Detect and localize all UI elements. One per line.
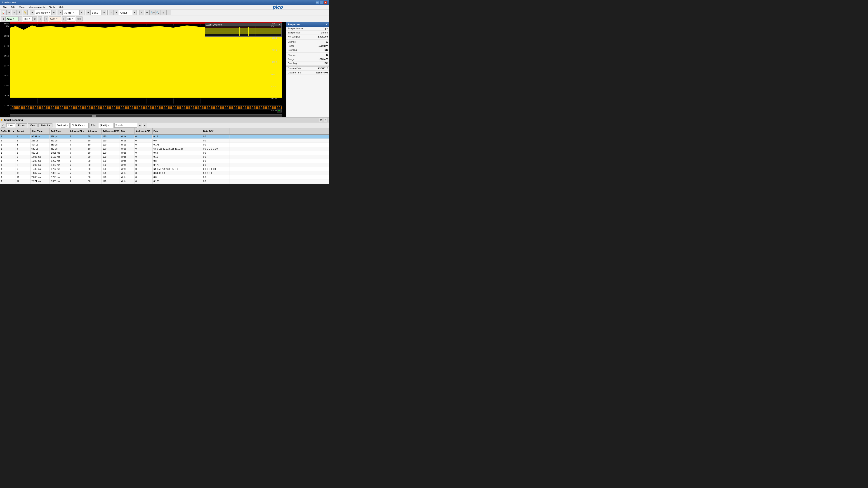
zoom-level[interactable]: x161.8 [119,10,132,15]
table-row[interactable]: 171.206 ms1.297 ms760120Write00 80 0 [0,159,329,163]
table-cell: 1.297 ms [31,163,50,167]
menu-edit[interactable]: Edit [9,5,17,9]
cha-mode[interactable]: Auto ▼ [5,17,18,22]
col-header-addrbits[interactable]: Address Bits [69,128,87,134]
fit-btn[interactable]: ⊡ [161,10,166,15]
table-row[interactable]: 1190.97 μs226 μs760120Write00 160 0 [0,135,329,139]
cha-inv[interactable]: ⊘ [32,17,37,22]
samples-dropdown[interactable]: 30 MS ▼ [63,10,79,15]
table-row[interactable]: 161.028 ms1.163 ms760120Write00 160 0 [0,155,329,159]
table-row[interactable]: 1101.867 ms2.093 ms760120Write00 64 60 0… [0,171,329,175]
zoom-right[interactable]: ► [133,10,137,15]
zoom-out-btn[interactable]: 🔍- [156,10,160,15]
col-header-rw[interactable]: R/W [120,128,134,134]
buffer-next[interactable]: ► [102,10,106,15]
timediv-decrease[interactable]: ◄ [30,10,34,15]
menu-view[interactable]: View [18,5,26,9]
chb-nav-left[interactable]: ◄ [44,17,49,22]
cha-coupling[interactable]: DC ▼ [23,17,32,22]
search-next[interactable]: ► [143,123,147,128]
buffers-dropdown[interactable]: All Buffers ▼ [70,123,89,128]
table-row[interactable]: 1122.271 ms2.363 ms760120Write00 1760 0 [0,180,329,184]
table-cell: 120 [102,163,120,167]
menu-file[interactable]: File [1,5,8,9]
minimize-button[interactable]: — [315,1,319,4]
col-header-data[interactable]: Data [153,128,202,134]
table-row[interactable]: 181.297 ms1.432 ms760120Write00 1760 0 [0,163,329,167]
col-header-buffer[interactable]: Buffer No. ▼ [0,128,16,134]
tab-view[interactable]: View [28,123,37,127]
col-header-dataack[interactable]: Data ACK [202,128,229,134]
chb-coupling[interactable]: DC ▼ [66,17,75,22]
maximize-button[interactable]: □ [320,1,323,4]
col-header-packet[interactable]: Packet [16,128,31,134]
math-btn[interactable]: f(x) [76,17,83,22]
col-header-addrack[interactable]: Address ACK [134,128,153,134]
table-body: 1190.97 μs226 μs760120Write00 160 012226… [0,135,329,184]
measure-icon[interactable]: 📏 [23,10,28,15]
cha-nav-left[interactable]: ◄ [1,17,5,22]
channel-icon[interactable]: 📊 [1,10,6,15]
table-cell: 60 [87,184,102,184]
cursor-cross[interactable]: ✛ [145,10,150,15]
prop-range-a: Range ±500 mV [286,44,329,48]
table-cell: 60 [87,175,102,179]
table-cell: 120 [102,151,120,155]
ref-icon[interactable]: R [17,10,22,15]
zoom-in-btn[interactable]: 🔍+ [150,10,155,15]
waveform-icon[interactable]: 〜 [6,10,11,15]
table-row[interactable]: 13404 μs580 μs760120Write00 1760 0 [0,143,329,147]
fft-icon[interactable]: ≋ [12,10,17,15]
menu-tools[interactable]: Tools [47,5,57,9]
zoom-icon[interactable]: ↔ [109,10,114,15]
table-cell: 0 0 0 0 1 0 0 [202,167,229,171]
zoom-left[interactable]: ◄ [114,10,118,15]
table-cell: 580 μs [31,147,50,151]
y-axis-labels: 500.0mV 398.5 344.8 291.1 237.4 183.7 13… [0,22,10,117]
filter-btn[interactable]: Filter [90,123,98,128]
properties-close[interactable]: ✕ [326,23,328,26]
table-cell: 0 0 [153,175,202,179]
tab-link[interactable]: Link [6,123,15,127]
menu-help[interactable]: Help [57,5,66,9]
timediv-dropdown[interactable]: 200 ms/div ▼ [35,10,52,15]
chb-nav-right[interactable]: ► [62,17,66,22]
table-cell: 60 [87,151,102,155]
table-row[interactable]: 15862 μs1.028 ms760120Write00 640 0 [0,151,329,155]
table-header: Buffer No. ▼ Packet Start Time End Time … [0,128,329,135]
chb-mode[interactable]: Auto ▼ [49,17,61,22]
search-prev[interactable]: ◄ [138,123,142,128]
samples-decrease[interactable]: ◄ [59,10,63,15]
table-row[interactable]: 1132.441 ms2.723 ms760120Write064 0 0 66… [0,184,329,184]
ruler-btn[interactable]: ↕ [166,10,171,15]
search-input[interactable] [116,124,133,127]
table-row[interactable]: 1112.093 ms2.228 ms760120Write00 00 0 [0,175,329,180]
col-header-start[interactable]: Start Time [31,128,50,134]
timediv-increase[interactable]: ► [52,10,56,15]
serial-settings-icon[interactable]: ⚙ [319,118,323,122]
samples-increase[interactable]: ► [79,10,84,15]
cha-volt-left[interactable]: ◄ [38,17,42,22]
table-row[interactable]: 12226 μs361 μs760120Write00 00 0 [0,139,329,143]
table-cell: 862 μs [31,151,50,155]
col-header-end[interactable]: End Time [50,128,69,134]
cha-nav-right[interactable]: ► [18,17,22,22]
field-dropdown[interactable]: [Field] ▼ [99,123,114,128]
table-cell: 0 0 [202,175,229,179]
menu-measurements[interactable]: Measurements [27,5,47,9]
col-header-addrw[interactable]: Address + R/W [102,128,120,134]
serial-header: ▶ Serial Decoding ⚙ + [0,118,329,123]
buffer-prev[interactable]: ◄ [86,10,90,15]
col-header-addr[interactable]: Address [87,128,102,134]
horizontal-scrollbar[interactable] [10,114,282,117]
tab-statistics[interactable]: Statistics [38,123,53,127]
search-box[interactable] [114,123,137,128]
table-row[interactable]: 14580 μs862 μs760120Write064 0 126 32 12… [0,147,329,151]
close-button[interactable]: ✕ [324,1,327,4]
format-dropdown[interactable]: Decimal ▼ [56,123,70,128]
serial-config-btn[interactable]: ⚙ [1,123,5,128]
tab-export[interactable]: Export [16,123,27,127]
cursor-normal[interactable]: ↖ [139,10,144,15]
serial-expand-icon[interactable]: + [324,118,328,122]
table-row[interactable]: 191.432 ms1.792 ms760120Write064 0 56 22… [0,167,329,171]
